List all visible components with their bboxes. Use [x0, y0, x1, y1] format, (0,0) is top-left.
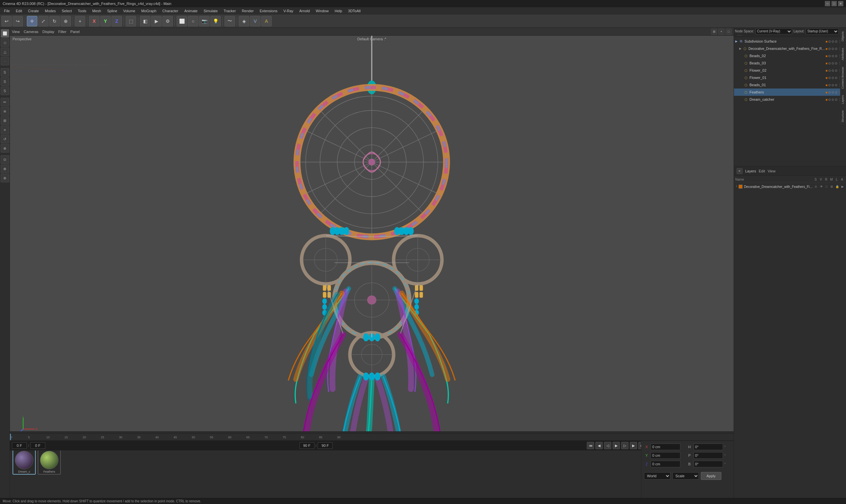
tree-item-beads03[interactable]: ⬡ Beads_03 ■ ⊙ ⊙ ⊙ ⋮⋮	[734, 59, 846, 67]
select-button[interactable]: ⬚	[126, 16, 136, 26]
coord-z-input[interactable]	[651, 461, 680, 467]
tree-item-beads01[interactable]: ⬡ Beads_01 ■ ⊙ ⊙ ⊙ ⋮⋮	[734, 81, 846, 89]
viewport-ctrl-3[interactable]: □	[726, 29, 731, 35]
material-thumb-feathers[interactable]: Feathers	[38, 448, 61, 474]
frame-current-input[interactable]	[30, 442, 45, 449]
layer-lock-btn[interactable]: 🔒	[835, 184, 840, 189]
menu-item-animate[interactable]: Animate	[182, 8, 200, 14]
coord-y-input[interactable]	[651, 452, 680, 459]
menu-item-tools[interactable]: Tools	[75, 8, 89, 14]
sidebar-mode-polygon[interactable]: △	[1, 48, 9, 56]
layer-render-btn[interactable]: □	[824, 184, 829, 189]
minimize-button[interactable]: ─	[825, 1, 830, 6]
y-axis-button[interactable]: Y	[100, 16, 111, 26]
menu-item-edit[interactable]: Edit	[13, 8, 25, 14]
x-axis-button[interactable]: X	[89, 16, 100, 26]
node-space-dropdown[interactable]: Current (V-Ray)	[755, 29, 792, 34]
vtab-content-browser[interactable]: Content Browser	[840, 64, 846, 92]
sidebar-tool-pencil[interactable]: ✏	[1, 98, 9, 106]
arnold-button[interactable]: A	[261, 16, 272, 26]
z-axis-button[interactable]: Z	[111, 16, 122, 26]
sidebar-mode-edge[interactable]: ◇	[1, 38, 9, 47]
sidebar-tool-weld[interactable]: ⊞	[1, 116, 9, 125]
sidebar-deform-1[interactable]: ⊙	[1, 155, 9, 164]
menu-item-3dtoall[interactable]: 3DToAll	[345, 8, 363, 14]
vtab-layers[interactable]: Layers	[840, 92, 846, 107]
layer-manager-btn[interactable]: ⊞	[829, 184, 834, 189]
vtab-attributes[interactable]: Attributes	[840, 45, 846, 64]
sidebar-mode-object[interactable]: ⬜	[1, 29, 9, 38]
move-tool-button[interactable]: ✛	[27, 16, 37, 26]
menu-item-spline[interactable]: Spline	[104, 8, 120, 14]
sidebar-tool-snap[interactable]: ⊗	[1, 144, 9, 152]
layers-menu-btn[interactable]: ≡	[737, 168, 743, 174]
sidebar-deform-3[interactable]: ⊛	[1, 174, 9, 182]
sphere-button[interactable]: ○	[188, 16, 198, 26]
sidebar-mode-point[interactable]: ·	[1, 57, 9, 66]
viewport[interactable]: View Cameras Display Filter Panel ⊞ + □	[10, 28, 733, 438]
menu-item-file[interactable]: File	[1, 8, 13, 14]
world-dropdown[interactable]: World	[644, 472, 671, 480]
scale-tool-button[interactable]: ⤢	[38, 16, 49, 26]
menu-item-mesh[interactable]: Mesh	[90, 8, 104, 14]
tree-item-flower01[interactable]: ⬡ Flower_01 ■ ⊙ ⊙ ⊙ ⋮⋮	[734, 74, 846, 81]
menu-item-help[interactable]: Help	[332, 8, 345, 14]
tree-item-beads02[interactable]: ⬡ Beads_02 ■ ⊙ ⊙ ⊙ ⋮⋮	[734, 52, 846, 59]
tree-item-root[interactable]: ▶ ⬡ Decorative_Dreamcatcher_with_Feather…	[734, 45, 846, 52]
menu-item-tracker[interactable]: Tracker	[221, 8, 239, 14]
prev-frame-btn[interactable]: ◀	[595, 442, 603, 449]
sidebar-tool-1[interactable]: S	[1, 68, 9, 77]
material-thumb-dreamcatcher[interactable]: Dream_c	[13, 448, 36, 474]
frame-start-input[interactable]	[12, 442, 27, 449]
coord-b-input[interactable]	[694, 461, 723, 467]
vray-button[interactable]: V	[250, 16, 260, 26]
tree-item-subdivision[interactable]: ▶ ⧉ Subdivision Surface ■ ⊙ ⊙ ⊙ ⋮⋮	[734, 38, 846, 45]
camera-button[interactable]: 📷	[199, 16, 210, 26]
tree-item-dreamcatcher[interactable]: ⬡ Dream_catcher ■ ⊙ ⊙ ⊙ ⋮⋮	[734, 96, 846, 103]
sidebar-tool-knife[interactable]: ≡	[1, 126, 9, 134]
maximize-button[interactable]: □	[831, 1, 837, 6]
menu-item-render[interactable]: Render	[239, 8, 256, 14]
play-btn[interactable]: ▶	[612, 442, 620, 449]
layers-edit-tab[interactable]: Edit	[759, 169, 765, 173]
menu-item-character[interactable]: Character	[160, 8, 181, 14]
layer-solo-btn[interactable]: ⊙	[814, 184, 818, 189]
add-object-button[interactable]: +	[75, 16, 85, 26]
menu-item-v-ray[interactable]: V-Ray	[281, 8, 296, 14]
sidebar-tool-2[interactable]: S	[1, 77, 9, 86]
layer-visible-btn[interactable]: 👁	[819, 184, 824, 189]
menu-item-simulate[interactable]: Simulate	[201, 8, 221, 14]
apply-button[interactable]: Apply	[701, 472, 721, 480]
layer-item-dreamcatcher[interactable]: └ Decorative_Dreamcatcher_with_Feathers_…	[734, 183, 846, 190]
menu-item-select[interactable]: Select	[59, 8, 75, 14]
menu-item-window[interactable]: Window	[313, 8, 331, 14]
menu-item-arnold[interactable]: Arnold	[296, 8, 312, 14]
layer-anim-btn[interactable]: ▶	[840, 184, 845, 189]
render-settings-button[interactable]: ⚙	[162, 16, 173, 26]
frame-max-input[interactable]	[318, 442, 332, 449]
menu-item-mograph[interactable]: MoGraph	[139, 8, 159, 14]
transform-tool-button[interactable]: ⊕	[61, 16, 71, 26]
vtab-objects[interactable]: Objects	[840, 29, 846, 44]
cube-button[interactable]: ⬜	[176, 16, 187, 26]
menu-item-create[interactable]: Create	[25, 8, 42, 14]
tree-item-flower02[interactable]: ⬡ Flower_02 ■ ⊙ ⊙ ⊙ ⋮⋮	[734, 67, 846, 74]
prev-keyframe-btn[interactable]: ◁	[604, 442, 611, 449]
sidebar-tool-3[interactable]: S	[1, 87, 9, 95]
sidebar-deform-2[interactable]: ⊕	[1, 164, 9, 173]
layers-view-tab[interactable]: View	[767, 169, 776, 173]
sidebar-tool-loop[interactable]: ↺	[1, 135, 9, 143]
spline-button[interactable]: 〜	[224, 16, 235, 26]
tree-item-feathers[interactable]: ⬡ Feathers ■ ⊙ ⊙ ⊙ ⋮⋮	[734, 89, 846, 96]
menu-item-extensions[interactable]: Extensions	[257, 8, 280, 14]
go-to-start-btn[interactable]: ⏮	[587, 442, 594, 449]
coord-x-input[interactable]	[651, 444, 680, 450]
coord-h-input[interactable]	[694, 444, 723, 450]
render-preview-button[interactable]: ◧	[140, 16, 151, 26]
next-keyframe-btn[interactable]: ▷	[621, 442, 628, 449]
vtab-structure[interactable]: Structure	[840, 107, 846, 126]
layout-dropdown[interactable]: Startup (User)	[806, 29, 839, 34]
rotate-tool-button[interactable]: ↻	[49, 16, 60, 26]
coord-p-input[interactable]	[694, 452, 723, 459]
render-button[interactable]: ▶	[151, 16, 162, 26]
